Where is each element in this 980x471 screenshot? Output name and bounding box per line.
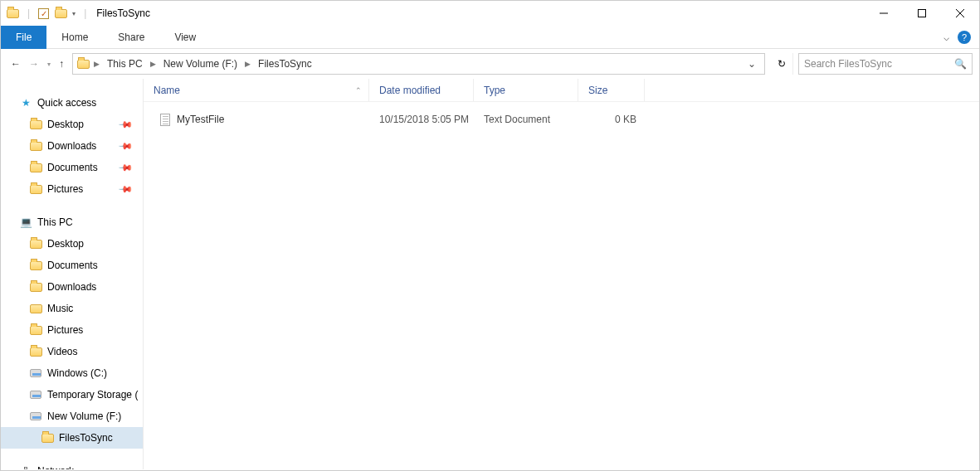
search-icon[interactable]: 🔍 [954,58,967,70]
help-icon[interactable]: ? [958,31,971,44]
folder-icon [29,182,42,196]
sidebar-label: Desktop [47,119,84,130]
breadcrumb-item[interactable]: FilesToSync [255,56,315,71]
address-bar[interactable]: ▶ This PC ▶ New Volume (F:) ▶ FilesToSyn… [72,53,765,75]
pin-icon: 📌 [117,116,133,132]
sidebar-label: FilesToSync [59,432,113,444]
sidebar-label: Documents [47,260,98,271]
sidebar-item-temp-storage[interactable]: Temporary Storage ( [1,384,143,405]
new-folder-qat-icon[interactable] [54,7,67,20]
chevron-right-icon[interactable]: ▶ [148,60,158,68]
search-input[interactable]: Search FilesToSync 🔍 [798,53,973,75]
tab-home[interactable]: Home [46,27,103,48]
tab-share[interactable]: Share [103,27,159,48]
sidebar-label: Videos [47,346,77,357]
folder-icon [29,161,42,174]
svg-rect-1 [919,10,926,17]
address-dropdown-icon[interactable]: ⌄ [743,58,761,70]
column-header-date[interactable]: Date modified [369,79,474,101]
navigation-pane[interactable]: ★ Quick access Desktop📌 Downloads📌 Docum… [1,79,144,469]
file-size: 0 KB [578,114,645,125]
app-icon [6,7,19,20]
sidebar-item-windows-c[interactable]: Windows (C:) [1,362,143,384]
sidebar-item-music[interactable]: Music [1,298,143,319]
separator: | [24,7,33,19]
sidebar-label: Quick access [37,97,96,109]
recent-dropdown-icon[interactable]: ▾ [47,61,51,68]
folder-icon [29,237,42,250]
disk-icon [29,388,42,401]
chevron-right-icon[interactable]: ▶ [242,60,253,68]
sidebar-label: Downloads [47,140,96,152]
sidebar-label: Documents [47,162,98,173]
sidebar-item-this-pc[interactable]: 💻This PC [1,211,143,233]
sidebar-item-desktop[interactable]: Desktop📌 [1,114,143,135]
pc-icon: 💻 [19,216,32,229]
pin-icon: 📌 [117,159,133,175]
sidebar-label: Pictures [47,324,83,336]
minimize-button[interactable] [865,1,903,26]
sidebar-item-videos[interactable]: Videos [1,341,143,362]
qat-dropdown-icon[interactable]: ▾ [72,10,76,17]
sidebar-label: Downloads [47,281,96,293]
column-header-type[interactable]: Type [474,79,578,101]
folder-icon [29,118,42,131]
sidebar-item-downloads[interactable]: Downloads [1,276,143,298]
file-row[interactable]: MyTestFile 10/15/2018 5:05 PM Text Docum… [144,110,979,129]
folder-icon [29,259,42,272]
file-tab[interactable]: File [1,26,46,49]
sidebar-item-pictures[interactable]: Pictures [1,319,143,341]
sidebar-item-downloads[interactable]: Downloads📌 [1,135,143,157]
sidebar-item-desktop[interactable]: Desktop [1,233,143,255]
sidebar-item-quick-access[interactable]: ★ Quick access [1,92,143,114]
window-title: FilesToSync [90,7,150,19]
file-date: 10/15/2018 5:05 PM [369,114,474,125]
sidebar-item-network[interactable]: 🖧Network [1,460,143,469]
pin-icon: 📌 [117,138,133,153]
back-button[interactable]: ← [11,58,21,70]
file-type: Text Document [474,114,578,125]
folder-icon [41,431,54,444]
text-document-icon [158,113,172,126]
folder-icon [29,139,42,153]
breadcrumb-item[interactable]: New Volume (F:) [160,56,241,71]
sidebar-item-new-volume-f[interactable]: New Volume (F:) [1,405,143,427]
disk-icon [29,410,42,423]
breadcrumb-item[interactable]: This PC [104,56,146,71]
maximize-button[interactable] [903,1,941,26]
sort-indicator-icon: ⌃ [355,86,362,95]
folder-icon [29,345,42,358]
forward-button: → [29,58,39,70]
sidebar-item-documents[interactable]: Documents📌 [1,157,143,178]
sidebar-label: Desktop [47,238,84,250]
sidebar-label: New Volume (F:) [47,410,121,422]
column-header-name[interactable]: Name⌃ [144,79,369,101]
search-placeholder: Search FilesToSync [804,58,892,70]
up-button[interactable]: ↑ [59,58,64,70]
sidebar-item-documents[interactable]: Documents [1,255,143,276]
column-header-size[interactable]: Size [578,79,645,101]
folder-icon [29,302,42,315]
chevron-right-icon[interactable]: ▶ [91,60,102,68]
disk-icon [29,367,42,380]
network-icon: 🖧 [19,464,32,469]
properties-qat-icon[interactable]: ✓ [38,8,49,19]
refresh-button[interactable]: ↻ [770,53,793,75]
ribbon-expand-icon[interactable]: ⌵ [935,32,958,43]
sidebar-item-pictures[interactable]: Pictures📌 [1,178,143,200]
folder-icon [76,57,90,70]
tab-view[interactable]: View [159,27,211,48]
sidebar-label: Network [37,465,74,469]
sidebar-label: Temporary Storage ( [47,389,138,401]
close-button[interactable] [941,1,979,26]
sidebar-label: This PC [37,216,73,228]
sidebar-label: Pictures [47,183,83,195]
sidebar-label: Music [47,303,73,314]
sidebar-label: Windows (C:) [47,367,107,379]
separator: | [80,7,90,19]
file-name: MyTestFile [177,114,224,125]
folder-icon [29,323,42,337]
pin-icon: 📌 [117,181,133,197]
sidebar-item-filestosync[interactable]: FilesToSync [1,427,143,449]
folder-icon [29,280,42,294]
